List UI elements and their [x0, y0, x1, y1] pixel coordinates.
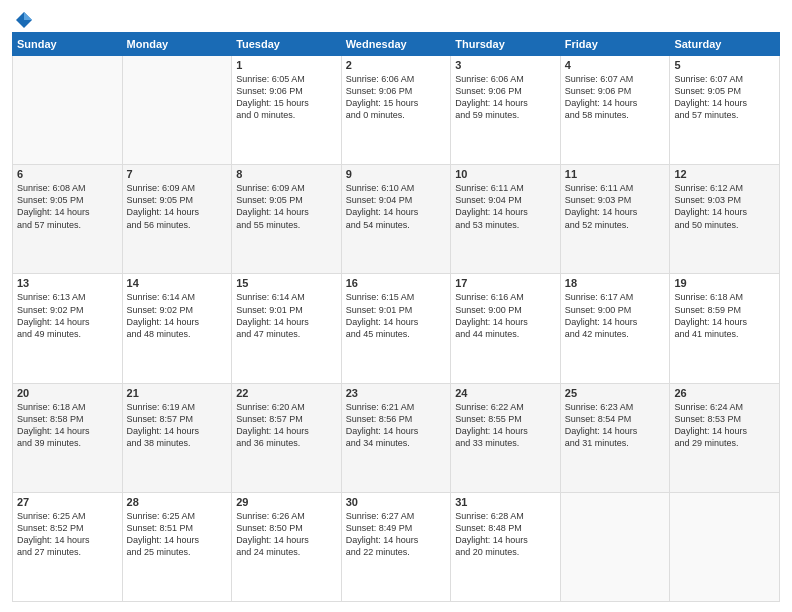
day-content: Sunrise: 6:16 AM Sunset: 9:00 PM Dayligh… — [455, 291, 556, 340]
calendar-day-cell: 20Sunrise: 6:18 AM Sunset: 8:58 PM Dayli… — [13, 383, 123, 492]
day-content: Sunrise: 6:05 AM Sunset: 9:06 PM Dayligh… — [236, 73, 337, 122]
day-content: Sunrise: 6:14 AM Sunset: 9:01 PM Dayligh… — [236, 291, 337, 340]
day-content: Sunrise: 6:07 AM Sunset: 9:06 PM Dayligh… — [565, 73, 666, 122]
calendar-day-cell: 1Sunrise: 6:05 AM Sunset: 9:06 PM Daylig… — [232, 56, 342, 165]
day-content: Sunrise: 6:28 AM Sunset: 8:48 PM Dayligh… — [455, 510, 556, 559]
day-number: 21 — [127, 387, 228, 399]
day-number: 30 — [346, 496, 447, 508]
calendar-day-cell: 6Sunrise: 6:08 AM Sunset: 9:05 PM Daylig… — [13, 165, 123, 274]
day-number: 24 — [455, 387, 556, 399]
day-number: 28 — [127, 496, 228, 508]
day-number: 4 — [565, 59, 666, 71]
day-content: Sunrise: 6:09 AM Sunset: 9:05 PM Dayligh… — [236, 182, 337, 231]
calendar-day-cell: 4Sunrise: 6:07 AM Sunset: 9:06 PM Daylig… — [560, 56, 670, 165]
calendar-day-cell: 12Sunrise: 6:12 AM Sunset: 9:03 PM Dayli… — [670, 165, 780, 274]
day-content: Sunrise: 6:26 AM Sunset: 8:50 PM Dayligh… — [236, 510, 337, 559]
day-number: 8 — [236, 168, 337, 180]
day-number: 9 — [346, 168, 447, 180]
day-number: 22 — [236, 387, 337, 399]
day-content: Sunrise: 6:07 AM Sunset: 9:05 PM Dayligh… — [674, 73, 775, 122]
calendar-weekday-header: Thursday — [451, 33, 561, 56]
calendar-weekday-header: Tuesday — [232, 33, 342, 56]
calendar-day-cell: 27Sunrise: 6:25 AM Sunset: 8:52 PM Dayli… — [13, 492, 123, 601]
calendar-day-cell — [122, 56, 232, 165]
day-content: Sunrise: 6:20 AM Sunset: 8:57 PM Dayligh… — [236, 401, 337, 450]
day-number: 31 — [455, 496, 556, 508]
calendar-day-cell: 30Sunrise: 6:27 AM Sunset: 8:49 PM Dayli… — [341, 492, 451, 601]
calendar-day-cell: 17Sunrise: 6:16 AM Sunset: 9:00 PM Dayli… — [451, 274, 561, 383]
calendar-day-cell: 7Sunrise: 6:09 AM Sunset: 9:05 PM Daylig… — [122, 165, 232, 274]
calendar-weekday-header: Saturday — [670, 33, 780, 56]
calendar-day-cell: 21Sunrise: 6:19 AM Sunset: 8:57 PM Dayli… — [122, 383, 232, 492]
calendar-day-cell: 22Sunrise: 6:20 AM Sunset: 8:57 PM Dayli… — [232, 383, 342, 492]
day-number: 13 — [17, 277, 118, 289]
day-content: Sunrise: 6:14 AM Sunset: 9:02 PM Dayligh… — [127, 291, 228, 340]
calendar-weekday-header: Friday — [560, 33, 670, 56]
calendar-day-cell: 14Sunrise: 6:14 AM Sunset: 9:02 PM Dayli… — [122, 274, 232, 383]
calendar-week-row: 6Sunrise: 6:08 AM Sunset: 9:05 PM Daylig… — [13, 165, 780, 274]
day-number: 12 — [674, 168, 775, 180]
calendar-day-cell — [560, 492, 670, 601]
day-content: Sunrise: 6:09 AM Sunset: 9:05 PM Dayligh… — [127, 182, 228, 231]
day-content: Sunrise: 6:19 AM Sunset: 8:57 PM Dayligh… — [127, 401, 228, 450]
day-content: Sunrise: 6:22 AM Sunset: 8:55 PM Dayligh… — [455, 401, 556, 450]
day-number: 7 — [127, 168, 228, 180]
day-number: 18 — [565, 277, 666, 289]
day-content: Sunrise: 6:12 AM Sunset: 9:03 PM Dayligh… — [674, 182, 775, 231]
calendar-table: SundayMondayTuesdayWednesdayThursdayFrid… — [12, 32, 780, 602]
header — [12, 10, 780, 26]
day-number: 25 — [565, 387, 666, 399]
calendar-day-cell: 26Sunrise: 6:24 AM Sunset: 8:53 PM Dayli… — [670, 383, 780, 492]
day-content: Sunrise: 6:06 AM Sunset: 9:06 PM Dayligh… — [455, 73, 556, 122]
calendar-day-cell: 23Sunrise: 6:21 AM Sunset: 8:56 PM Dayli… — [341, 383, 451, 492]
calendar-week-row: 1Sunrise: 6:05 AM Sunset: 9:06 PM Daylig… — [13, 56, 780, 165]
day-number: 27 — [17, 496, 118, 508]
calendar-day-cell — [13, 56, 123, 165]
day-number: 1 — [236, 59, 337, 71]
calendar-day-cell: 2Sunrise: 6:06 AM Sunset: 9:06 PM Daylig… — [341, 56, 451, 165]
day-content: Sunrise: 6:15 AM Sunset: 9:01 PM Dayligh… — [346, 291, 447, 340]
day-number: 23 — [346, 387, 447, 399]
calendar-day-cell: 13Sunrise: 6:13 AM Sunset: 9:02 PM Dayli… — [13, 274, 123, 383]
logo-icon — [14, 10, 34, 30]
calendar-weekday-header: Wednesday — [341, 33, 451, 56]
day-number: 14 — [127, 277, 228, 289]
calendar-day-cell: 9Sunrise: 6:10 AM Sunset: 9:04 PM Daylig… — [341, 165, 451, 274]
day-number: 10 — [455, 168, 556, 180]
calendar-week-row: 20Sunrise: 6:18 AM Sunset: 8:58 PM Dayli… — [13, 383, 780, 492]
day-content: Sunrise: 6:27 AM Sunset: 8:49 PM Dayligh… — [346, 510, 447, 559]
calendar-weekday-header: Sunday — [13, 33, 123, 56]
day-content: Sunrise: 6:11 AM Sunset: 9:04 PM Dayligh… — [455, 182, 556, 231]
calendar-day-cell: 18Sunrise: 6:17 AM Sunset: 9:00 PM Dayli… — [560, 274, 670, 383]
page: SundayMondayTuesdayWednesdayThursdayFrid… — [0, 0, 792, 612]
svg-marker-1 — [24, 12, 32, 20]
day-number: 5 — [674, 59, 775, 71]
day-content: Sunrise: 6:23 AM Sunset: 8:54 PM Dayligh… — [565, 401, 666, 450]
day-content: Sunrise: 6:13 AM Sunset: 9:02 PM Dayligh… — [17, 291, 118, 340]
day-content: Sunrise: 6:08 AM Sunset: 9:05 PM Dayligh… — [17, 182, 118, 231]
calendar-day-cell: 29Sunrise: 6:26 AM Sunset: 8:50 PM Dayli… — [232, 492, 342, 601]
day-number: 16 — [346, 277, 447, 289]
day-content: Sunrise: 6:18 AM Sunset: 8:58 PM Dayligh… — [17, 401, 118, 450]
calendar-day-cell: 28Sunrise: 6:25 AM Sunset: 8:51 PM Dayli… — [122, 492, 232, 601]
calendar-day-cell: 3Sunrise: 6:06 AM Sunset: 9:06 PM Daylig… — [451, 56, 561, 165]
day-content: Sunrise: 6:18 AM Sunset: 8:59 PM Dayligh… — [674, 291, 775, 340]
calendar-day-cell: 5Sunrise: 6:07 AM Sunset: 9:05 PM Daylig… — [670, 56, 780, 165]
day-content: Sunrise: 6:21 AM Sunset: 8:56 PM Dayligh… — [346, 401, 447, 450]
day-number: 3 — [455, 59, 556, 71]
day-content: Sunrise: 6:11 AM Sunset: 9:03 PM Dayligh… — [565, 182, 666, 231]
day-content: Sunrise: 6:10 AM Sunset: 9:04 PM Dayligh… — [346, 182, 447, 231]
calendar-day-cell: 25Sunrise: 6:23 AM Sunset: 8:54 PM Dayli… — [560, 383, 670, 492]
day-number: 29 — [236, 496, 337, 508]
day-content: Sunrise: 6:17 AM Sunset: 9:00 PM Dayligh… — [565, 291, 666, 340]
calendar-day-cell: 31Sunrise: 6:28 AM Sunset: 8:48 PM Dayli… — [451, 492, 561, 601]
calendar-day-cell: 19Sunrise: 6:18 AM Sunset: 8:59 PM Dayli… — [670, 274, 780, 383]
calendar-day-cell: 11Sunrise: 6:11 AM Sunset: 9:03 PM Dayli… — [560, 165, 670, 274]
day-number: 11 — [565, 168, 666, 180]
calendar-weekday-header: Monday — [122, 33, 232, 56]
calendar-header-row: SundayMondayTuesdayWednesdayThursdayFrid… — [13, 33, 780, 56]
calendar-day-cell: 10Sunrise: 6:11 AM Sunset: 9:04 PM Dayli… — [451, 165, 561, 274]
calendar-day-cell: 24Sunrise: 6:22 AM Sunset: 8:55 PM Dayli… — [451, 383, 561, 492]
calendar-day-cell: 15Sunrise: 6:14 AM Sunset: 9:01 PM Dayli… — [232, 274, 342, 383]
day-number: 20 — [17, 387, 118, 399]
